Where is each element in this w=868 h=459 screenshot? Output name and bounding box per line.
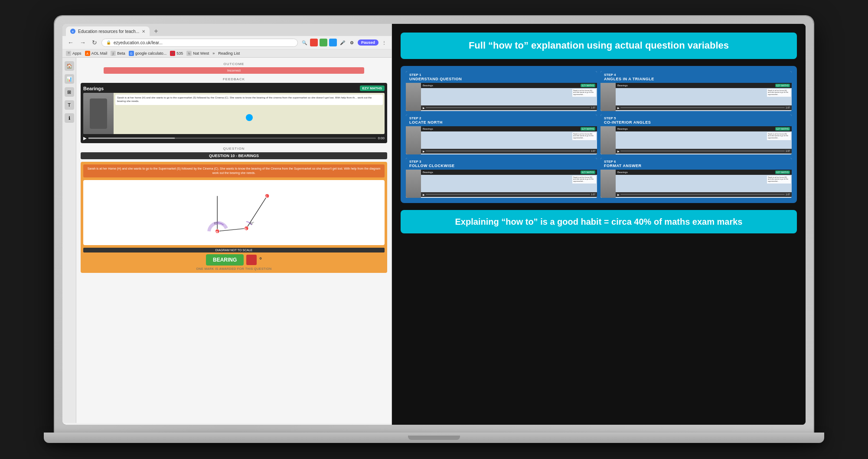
- video-controls: ▶ 0:00: [83, 136, 385, 141]
- time-display: 0:00: [378, 136, 385, 140]
- step-number-4: STEP 4: [604, 73, 788, 77]
- thumb-play-5: ▶: [617, 150, 620, 153]
- thumb-video-area-4: Sarah is at her home (H) and she wants t…: [616, 88, 792, 105]
- play-button[interactable]: ▶: [83, 136, 87, 141]
- bookmark-aolmail-label: AOL Mail: [91, 51, 108, 56]
- browser-tabbar: e Education resources for teach... ✕ +: [62, 24, 392, 36]
- ext-icon2: [329, 39, 337, 46]
- tab-close-btn[interactable]: ✕: [142, 29, 145, 34]
- bookmark-natwest[interactable]: N Nat West: [186, 51, 209, 56]
- bookmark-aolmail[interactable]: A AOL Mail: [85, 51, 108, 56]
- step-card-6[interactable]: STEP 6 FORMAT ANSWER Bearings EZY MATHS: [600, 158, 792, 198]
- lock-icon: 🔒: [106, 40, 111, 45]
- bookmark-google-calc[interactable]: G google calculato...: [129, 51, 167, 56]
- thumb-content-2: Bearings EZY MATHS Sarah is at her home …: [421, 126, 597, 154]
- step-card-1[interactable]: STEP 1 UNDERSTAND QUESTION Bearings EZY …: [406, 71, 597, 111]
- thumb-instructor-4: [600, 83, 616, 111]
- bookmark-reading[interactable]: Reading List: [218, 51, 240, 56]
- question-label: QUESTION: [81, 147, 387, 151]
- outcome-label: OUTCOME: [81, 62, 387, 66]
- step-card-4[interactable]: STEP 4 ANGLES IN A TRIANGLE Bearings EZY…: [600, 71, 792, 111]
- thumb-text-box-1: Sarah is at her home (H) and she wants t…: [572, 89, 596, 97]
- step-title-3: FOLLOW CLOCKWISE: [409, 164, 594, 168]
- thumb-instructor-6: [600, 170, 616, 198]
- thumb-content-1: Bearings EZY MATHS Sarah is at her home …: [421, 83, 597, 111]
- sidebar-home-icon[interactable]: 🏠: [65, 61, 74, 71]
- step-header-5: STEP 5 CO-INTERIOR ANGLES: [600, 115, 792, 126]
- thumb-title-text-4: Bearings: [617, 84, 628, 87]
- step-title-6: FORMAT ANSWER: [604, 164, 788, 168]
- bottom-banner-text: Explaining “how to” is a good habit = ci…: [411, 216, 786, 227]
- bottom-banner: Explaining “how to” is a good habit = ci…: [401, 210, 797, 233]
- step-card-3[interactable]: STEP 3 FOLLOW CLOCKWISE Bearings EZY MAT…: [406, 158, 597, 198]
- thumb-video-area-2: Sarah is at her home (H) and she wants t…: [421, 131, 597, 149]
- thumb-instructor-3: [406, 170, 421, 198]
- step-header-3: STEP 3 FOLLOW CLOCKWISE: [406, 158, 597, 170]
- bookmark-beta-label: Beta: [117, 51, 125, 56]
- diagram-label: DIAGRAM NOT TO SCALE: [83, 248, 385, 252]
- ms-icon: ⊞: [170, 51, 175, 56]
- search-icon[interactable]: 🔍: [300, 39, 308, 46]
- refresh-button[interactable]: ↻: [90, 38, 99, 47]
- forward-button[interactable]: →: [78, 38, 88, 47]
- sidebar-text-icon[interactable]: T: [65, 100, 74, 110]
- mic-icon[interactable]: 🎤: [339, 39, 346, 46]
- sidebar-chart-icon[interactable]: 📊: [65, 74, 74, 84]
- address-bar[interactable]: 🔒 ezyeducation.co.uk/lear...: [101, 39, 298, 47]
- menu-icon[interactable]: ⋮: [380, 39, 388, 46]
- bookmark-beta[interactable]: β Beta: [111, 51, 125, 56]
- bearing-button[interactable]: BEARING: [206, 254, 244, 266]
- sidebar-info-icon[interactable]: ℹ: [65, 113, 74, 123]
- thumb-play-2: ▶: [423, 150, 425, 153]
- steps-grid: STEP 1 UNDERSTAND QUESTION Bearings EZY …: [406, 71, 792, 198]
- thumb-controls-4: ▶ 1:07: [616, 105, 792, 110]
- step-title-4: ANGLES IN A TRIANGLE: [604, 77, 788, 81]
- thumb-badge-6: EZY MATHS: [775, 170, 790, 174]
- step-title-2: LOCATE NORTH: [409, 120, 594, 125]
- paused-button[interactable]: Paused: [358, 39, 379, 46]
- laptop-body: e Education resources for teach... ✕ + ←…: [55, 16, 813, 433]
- thumb-text-box-6: Sarah is at her home (H) and she wants t…: [767, 176, 791, 184]
- bookmark-apps[interactable]: ⠿ Apps: [66, 51, 82, 56]
- laptop-screen: e Education resources for teach... ✕ + ←…: [62, 24, 806, 425]
- answer-input-box[interactable]: [246, 255, 257, 265]
- browser-tab[interactable]: e Education resources for teach... ✕: [66, 26, 150, 36]
- thumb-content-4: Bearings EZY MATHS Sarah is at her home …: [616, 83, 792, 111]
- extensions-icon[interactable]: ⚙: [348, 39, 356, 46]
- thumb-instructor-1: [406, 83, 421, 111]
- video-instructor: [83, 93, 114, 134]
- thumb-titlebar-2: Bearings EZY MATHS: [421, 126, 597, 131]
- thumb-video-area-3: Sarah is at her home (H) and she wants t…: [421, 175, 597, 192]
- chrome-icon: [310, 39, 318, 46]
- new-tab-button[interactable]: +: [151, 27, 160, 35]
- thumb-text-box-5: Sarah is at her home (H) and she wants t…: [767, 132, 791, 140]
- main-content: OUTCOME Incorrect FEEDBACK Bearings EZY …: [76, 58, 392, 423]
- thumb-content-3: Bearings EZY MATHS Sarah is at her home …: [421, 170, 597, 198]
- back-button[interactable]: ←: [66, 38, 75, 47]
- thumb-title-text-6: Bearings: [617, 171, 628, 174]
- sidebar-grid-icon[interactable]: ⊞: [65, 87, 74, 97]
- step-number-5: STEP 5: [604, 116, 788, 120]
- thumb-controls-5: ▶ 1:07: [616, 149, 792, 154]
- step-thumbnail-2: Bearings EZY MATHS Sarah is at her home …: [406, 126, 597, 154]
- thumb-play-4: ▶: [617, 106, 620, 109]
- thumb-progress-6: [620, 194, 785, 195]
- ezy-badge: EZY MATHS: [360, 85, 385, 91]
- thumb-play-6: ▶: [617, 193, 620, 196]
- thumb-controls-6: ▶ 1:07: [616, 192, 792, 197]
- step-card-5[interactable]: STEP 5 CO-INTERIOR ANGLES Bearings EZY M…: [600, 115, 792, 154]
- thumb-titlebar-4: Bearings EZY MATHS: [616, 83, 792, 88]
- step-card-2[interactable]: STEP 2 LOCATE NORTH Bearings EZY MATHS: [406, 115, 597, 154]
- video-frame[interactable]: Sarah is at her home (H) and she wants t…: [83, 93, 385, 134]
- bookmark-more[interactable]: »: [212, 51, 215, 56]
- thumb-play-1: ▶: [423, 106, 425, 109]
- browser-content: 🏠 📊 ⊞ T ℹ OUTCOME Incorrect: [62, 58, 392, 423]
- degree-symbol: °: [259, 256, 262, 263]
- bookmark-365[interactable]: ⊞ 535: [170, 51, 183, 56]
- thumb-title-text-3: Bearings: [423, 171, 433, 174]
- svg-text:C: C: [265, 195, 268, 198]
- feature-banner: Full “how to” explanation using actual q…: [401, 33, 797, 59]
- thumb-progress-4: [620, 107, 785, 108]
- step-title-1: UNDERSTAND QUESTION: [409, 77, 594, 81]
- progress-bar[interactable]: [88, 138, 376, 139]
